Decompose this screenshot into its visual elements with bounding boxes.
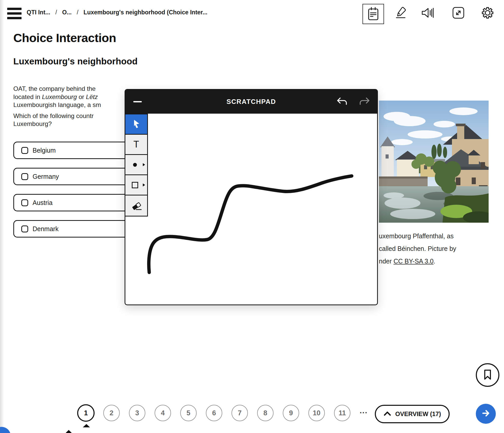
page-button-1[interactable]: 1 bbox=[77, 404, 95, 422]
flyout-arrow-icon bbox=[143, 183, 145, 186]
settings-icon bbox=[481, 6, 494, 21]
figure-caption: uxembourg Pfaffenthal, as called Béinche… bbox=[379, 230, 456, 268]
settings-button[interactable] bbox=[481, 7, 494, 20]
figure-image bbox=[379, 101, 489, 223]
scratchpad-canvas[interactable] bbox=[125, 114, 377, 304]
pagination-ellipsis: ... bbox=[360, 406, 368, 415]
chevron-up-icon bbox=[384, 410, 391, 418]
pen-icon bbox=[133, 163, 137, 167]
checkbox-icon[interactable] bbox=[21, 173, 28, 180]
flyout-arrow-icon bbox=[143, 163, 145, 166]
bottom-edge-caret bbox=[64, 430, 73, 433]
scratchpad-toolbar: T bbox=[125, 114, 148, 216]
drawn-stroke bbox=[149, 176, 352, 272]
overview-label: OVERVIEW (17) bbox=[395, 410, 441, 418]
choice-label: Germany bbox=[33, 173, 59, 180]
bookmark-icon bbox=[482, 368, 493, 382]
scratchpad-toggle-button[interactable] bbox=[362, 4, 384, 24]
menu-icon[interactable] bbox=[7, 8, 22, 19]
question-text: OAT, the company behind the located in L… bbox=[13, 85, 101, 128]
arrow-right-icon bbox=[481, 409, 490, 419]
breadcrumb-item[interactable]: Luxembourg's neighborhood (Choice Inter.… bbox=[84, 9, 207, 16]
checkbox-icon[interactable] bbox=[21, 147, 28, 154]
question-line: OAT, the company behind the bbox=[13, 85, 101, 93]
caption-line: nder CC BY-SA 3.0. bbox=[379, 255, 456, 268]
choice-label: Belgium bbox=[33, 147, 56, 154]
corner-action-button[interactable] bbox=[0, 427, 11, 433]
scratchpad-icon bbox=[367, 6, 379, 22]
text-tool[interactable]: T bbox=[125, 135, 147, 155]
question-line: Luxembourgish language, a sm bbox=[13, 101, 101, 109]
minimize-button[interactable] bbox=[133, 101, 142, 102]
bookmark-button[interactable] bbox=[476, 363, 499, 387]
page-edge-shadow bbox=[0, 0, 4, 433]
question-line: located in Luxembourg or Lëtz bbox=[13, 93, 101, 101]
overview-button[interactable]: OVERVIEW (17) bbox=[375, 405, 450, 423]
breadcrumb-separator: / bbox=[55, 9, 57, 16]
scratchpad-window: SCRATCHPAD bbox=[125, 89, 378, 305]
shape-icon bbox=[132, 182, 138, 188]
audio-button[interactable] bbox=[420, 7, 435, 20]
fullscreen-button[interactable] bbox=[452, 7, 465, 20]
page-button-4[interactable]: 4 bbox=[155, 405, 171, 421]
page-title: Choice Interaction bbox=[13, 31, 116, 45]
page-button-6[interactable]: 6 bbox=[206, 405, 222, 421]
highlighter-icon bbox=[393, 6, 407, 21]
page-button-7[interactable]: 7 bbox=[231, 405, 248, 421]
breadcrumb-separator: / bbox=[77, 9, 78, 16]
license-link[interactable]: CC BY-SA 3.0 bbox=[394, 258, 434, 265]
undo-button[interactable] bbox=[337, 97, 348, 107]
current-page-caret bbox=[83, 424, 90, 427]
pagination: 1234567891011... bbox=[78, 405, 368, 421]
redo-button[interactable] bbox=[358, 97, 370, 107]
page-button-9[interactable]: 9 bbox=[283, 405, 299, 421]
checkbox-icon[interactable] bbox=[21, 199, 28, 206]
fullscreen-icon bbox=[452, 6, 465, 21]
pen-tool[interactable] bbox=[125, 155, 147, 175]
question-line: Luxembourg? bbox=[13, 120, 101, 128]
page-button-11[interactable]: 11 bbox=[334, 405, 350, 421]
choice-label: Denmark bbox=[33, 225, 58, 233]
scratchpad-header: SCRATCHPAD bbox=[125, 90, 377, 114]
page-button-10[interactable]: 10 bbox=[308, 405, 325, 421]
highlighter-button[interactable] bbox=[393, 6, 407, 21]
text-tool-icon: T bbox=[134, 139, 139, 150]
scratchpad-title: SCRATCHPAD bbox=[226, 98, 276, 106]
eraser-tool[interactable] bbox=[125, 195, 147, 216]
pointer-tool[interactable] bbox=[125, 114, 147, 135]
shape-tool[interactable] bbox=[125, 175, 147, 195]
caption-line: called Béinchen. Picture by bbox=[379, 242, 456, 255]
choice-label: Austria bbox=[33, 199, 53, 206]
audio-icon bbox=[420, 7, 435, 20]
eraser-icon bbox=[130, 199, 143, 212]
pointer-icon bbox=[131, 119, 142, 130]
caption-line: uxembourg Pfaffenthal, as bbox=[379, 230, 456, 242]
page-button-5[interactable]: 5 bbox=[180, 405, 197, 421]
page-button-2[interactable]: 2 bbox=[103, 405, 120, 421]
qti-test-page: QTI Int.../O.../Luxembourg's neighborhoo… bbox=[0, 0, 504, 433]
next-button[interactable] bbox=[476, 404, 496, 424]
breadcrumb-item[interactable]: QTI Int... bbox=[27, 9, 50, 16]
page-button-8[interactable]: 8 bbox=[257, 405, 274, 421]
checkbox-icon[interactable] bbox=[21, 225, 28, 232]
breadcrumb: QTI Int.../O.../Luxembourg's neighborhoo… bbox=[27, 9, 207, 16]
question-title: Luxembourg's neighborhood bbox=[13, 56, 138, 66]
breadcrumb-item[interactable]: O... bbox=[62, 9, 72, 16]
question-line: Which of the following countr bbox=[13, 112, 101, 120]
page-button-3[interactable]: 3 bbox=[129, 405, 145, 421]
